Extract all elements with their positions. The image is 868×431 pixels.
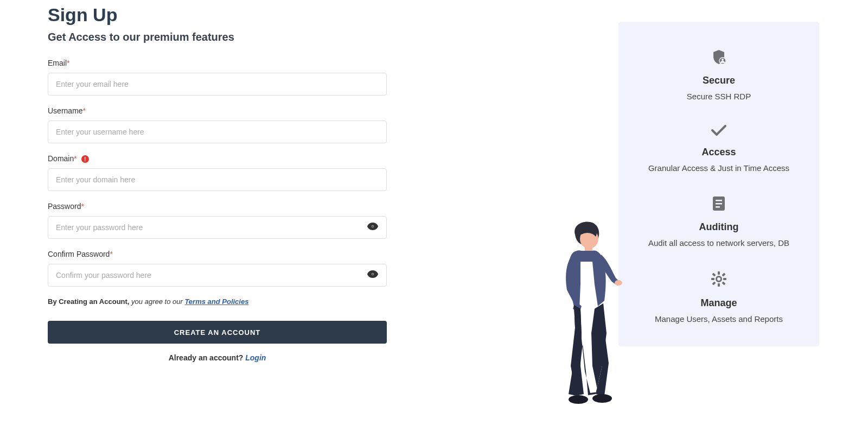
- feature-title: Access: [635, 147, 803, 158]
- svg-rect-10: [716, 203, 722, 205]
- feature-title: Secure: [635, 75, 803, 86]
- svg-rect-12: [718, 271, 720, 275]
- features-panel: Secure Secure SSH RDP Access Granular Ac…: [618, 22, 819, 346]
- confirm-password-group: Confirm Password*: [48, 250, 434, 287]
- confirm-password-label-text: Confirm Password: [48, 250, 110, 258]
- svg-point-22: [615, 280, 622, 286]
- warning-icon: !: [81, 155, 89, 163]
- username-field[interactable]: [48, 121, 387, 143]
- agreement-text: By Creating an Account, you agree to our…: [48, 297, 434, 306]
- feature-desc: Granular Access & Just in Time Access: [635, 162, 803, 174]
- email-label-text: Email: [48, 59, 67, 67]
- confirm-password-field[interactable]: [48, 264, 387, 287]
- domain-label-text: Domain: [48, 154, 74, 163]
- svg-rect-11: [716, 206, 720, 208]
- svg-rect-13: [718, 283, 720, 287]
- svg-rect-15: [723, 278, 726, 280]
- feature-auditing: Auditing Audit all access to network ser…: [635, 195, 803, 249]
- username-group: Username*: [48, 106, 434, 143]
- gear-icon: [635, 270, 803, 288]
- eye-icon[interactable]: [367, 223, 378, 232]
- svg-point-2: [372, 226, 374, 227]
- agreement-middle: you agree to our: [131, 297, 184, 306]
- password-group: Password*: [48, 202, 434, 239]
- feature-desc: Manage Users, Assets and Reports: [635, 313, 803, 325]
- svg-rect-14: [711, 278, 714, 280]
- login-link[interactable]: Login: [245, 353, 266, 362]
- right-section: Secure Secure SSH RDP Access Granular Ac…: [618, 22, 819, 346]
- required-marker: *: [67, 59, 69, 67]
- create-account-button[interactable]: CREATE AN ACCOUNT: [48, 321, 387, 344]
- username-label: Username*: [48, 106, 434, 115]
- document-icon: [635, 195, 803, 212]
- page-subtitle: Get Access to our premium features: [48, 31, 434, 43]
- svg-rect-9: [716, 200, 722, 201]
- feature-desc: Audit all access to network servers, DB: [635, 237, 803, 249]
- username-label-text: Username: [48, 106, 83, 115]
- required-marker: *: [110, 250, 112, 258]
- login-prompt: Already an account? Login: [48, 353, 387, 362]
- signup-form-section: Sign Up Get Access to our premium featur…: [0, 0, 434, 431]
- domain-label: Domain* !: [48, 154, 434, 163]
- svg-rect-17: [722, 281, 725, 285]
- svg-point-5: [372, 274, 374, 275]
- domain-field[interactable]: [48, 168, 387, 191]
- email-field[interactable]: [48, 73, 387, 96]
- svg-point-24: [592, 394, 612, 403]
- feature-desc: Secure SSH RDP: [635, 91, 803, 102]
- shield-icon: [635, 49, 803, 65]
- feature-secure: Secure Secure SSH RDP: [635, 49, 803, 102]
- terms-link[interactable]: Terms and Policies: [184, 297, 248, 306]
- feature-access: Access Granular Access & Just in Time Ac…: [635, 124, 803, 174]
- svg-rect-19: [722, 272, 725, 276]
- page-title: Sign Up: [48, 4, 434, 26]
- password-field[interactable]: [48, 216, 387, 239]
- password-label-text: Password: [48, 202, 81, 211]
- email-label: Email*: [48, 59, 434, 67]
- svg-rect-16: [712, 272, 716, 276]
- person-illustration: [548, 219, 624, 409]
- required-marker: *: [83, 106, 86, 115]
- feature-manage: Manage Manage Users, Assets and Reports: [635, 270, 803, 325]
- svg-rect-18: [712, 281, 716, 285]
- confirm-password-label: Confirm Password*: [48, 250, 434, 258]
- svg-point-23: [569, 395, 588, 404]
- domain-group: Domain* !: [48, 154, 434, 191]
- email-group: Email*: [48, 59, 434, 96]
- svg-point-7: [722, 59, 724, 61]
- password-label: Password*: [48, 202, 434, 211]
- agreement-prefix: By Creating an Account,: [48, 297, 131, 306]
- check-icon: [635, 124, 803, 137]
- login-prompt-text: Already an account?: [169, 353, 246, 362]
- feature-title: Auditing: [635, 221, 803, 233]
- feature-title: Manage: [635, 297, 803, 309]
- required-marker: *: [74, 154, 76, 163]
- eye-icon[interactable]: [367, 270, 378, 280]
- required-marker: *: [81, 202, 84, 211]
